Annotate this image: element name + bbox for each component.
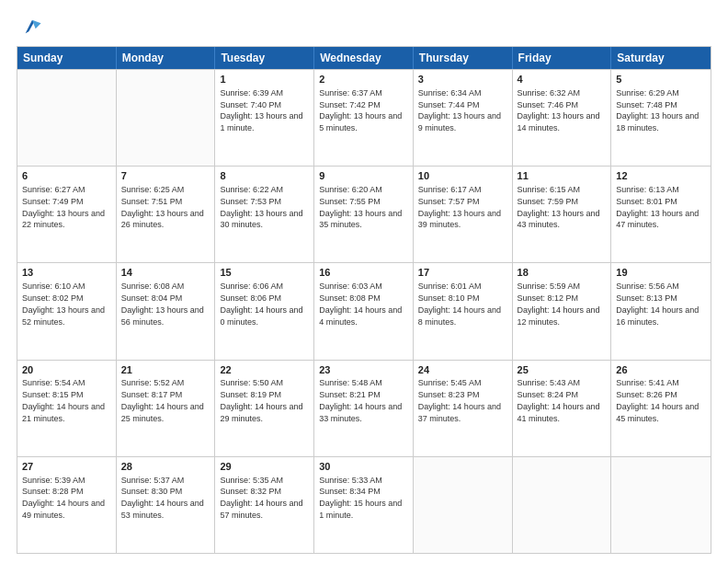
calendar-cell: 13Sunrise: 6:10 AM Sunset: 8:02 PM Dayli… xyxy=(17,263,117,359)
day-number: 10 xyxy=(418,169,507,183)
header-day-sunday: Sunday xyxy=(17,47,117,69)
calendar-cell: 20Sunrise: 5:54 AM Sunset: 8:15 PM Dayli… xyxy=(17,361,117,456)
calendar-cell: 2Sunrise: 6:37 AM Sunset: 7:42 PM Daylig… xyxy=(314,70,414,166)
day-number: 25 xyxy=(518,363,607,377)
day-info: Sunrise: 6:03 AM Sunset: 8:08 PM Dayligh… xyxy=(319,282,404,326)
calendar-cell xyxy=(17,70,117,166)
day-number: 24 xyxy=(418,363,507,377)
calendar-cell: 9Sunrise: 6:20 AM Sunset: 7:55 PM Daylig… xyxy=(314,167,414,262)
day-number: 6 xyxy=(22,169,111,183)
day-number: 2 xyxy=(319,73,408,86)
header-day-saturday: Saturday xyxy=(611,47,711,69)
day-number: 26 xyxy=(616,363,706,377)
calendar-cell: 7Sunrise: 6:25 AM Sunset: 7:51 PM Daylig… xyxy=(117,167,216,262)
day-number: 23 xyxy=(319,363,408,377)
day-number: 30 xyxy=(319,460,408,474)
calendar-cell: 5Sunrise: 6:29 AM Sunset: 7:48 PM Daylig… xyxy=(611,70,711,166)
header xyxy=(17,17,711,37)
day-number: 21 xyxy=(121,363,210,377)
calendar-week-4: 20Sunrise: 5:54 AM Sunset: 8:15 PM Dayli… xyxy=(17,360,711,456)
day-number: 17 xyxy=(418,266,507,280)
day-info: Sunrise: 5:59 AM Sunset: 8:12 PM Dayligh… xyxy=(518,282,603,326)
calendar-cell: 28Sunrise: 5:37 AM Sunset: 8:30 PM Dayli… xyxy=(117,457,216,553)
calendar-cell: 16Sunrise: 6:03 AM Sunset: 8:08 PM Dayli… xyxy=(314,263,414,359)
calendar-cell xyxy=(414,457,513,553)
day-info: Sunrise: 6:22 AM Sunset: 7:53 PM Dayligh… xyxy=(220,185,305,229)
day-info: Sunrise: 6:15 AM Sunset: 7:59 PM Dayligh… xyxy=(518,185,603,229)
day-number: 19 xyxy=(616,266,706,280)
calendar-cell: 1Sunrise: 6:39 AM Sunset: 7:40 PM Daylig… xyxy=(215,70,314,166)
day-info: Sunrise: 5:50 AM Sunset: 8:19 PM Dayligh… xyxy=(220,378,305,422)
day-number: 27 xyxy=(22,460,111,474)
calendar-cell: 10Sunrise: 6:17 AM Sunset: 7:57 PM Dayli… xyxy=(414,167,513,262)
calendar-cell: 21Sunrise: 5:52 AM Sunset: 8:17 PM Dayli… xyxy=(117,361,216,456)
day-info: Sunrise: 5:33 AM Sunset: 8:34 PM Dayligh… xyxy=(319,476,404,520)
day-info: Sunrise: 5:48 AM Sunset: 8:21 PM Dayligh… xyxy=(319,378,404,422)
day-info: Sunrise: 5:41 AM Sunset: 8:26 PM Dayligh… xyxy=(616,378,701,422)
calendar-cell: 23Sunrise: 5:48 AM Sunset: 8:21 PM Dayli… xyxy=(314,361,414,456)
header-day-monday: Monday xyxy=(117,47,216,69)
day-number: 20 xyxy=(22,363,111,377)
day-number: 28 xyxy=(121,460,210,474)
day-number: 7 xyxy=(121,169,210,183)
calendar-cell xyxy=(611,457,711,553)
day-info: Sunrise: 6:32 AM Sunset: 7:46 PM Dayligh… xyxy=(518,88,603,132)
day-info: Sunrise: 6:08 AM Sunset: 8:04 PM Dayligh… xyxy=(121,282,207,326)
calendar-body: 1Sunrise: 6:39 AM Sunset: 7:40 PM Daylig… xyxy=(17,69,711,553)
calendar-cell: 19Sunrise: 5:56 AM Sunset: 8:13 PM Dayli… xyxy=(611,263,711,359)
day-info: Sunrise: 6:27 AM Sunset: 7:49 PM Dayligh… xyxy=(22,185,108,229)
day-info: Sunrise: 6:37 AM Sunset: 7:42 PM Dayligh… xyxy=(319,88,404,132)
calendar-cell: 22Sunrise: 5:50 AM Sunset: 8:19 PM Dayli… xyxy=(215,361,314,456)
calendar-cell: 15Sunrise: 6:06 AM Sunset: 8:06 PM Dayli… xyxy=(215,263,314,359)
day-info: Sunrise: 5:56 AM Sunset: 8:13 PM Dayligh… xyxy=(616,282,701,326)
calendar-cell: 11Sunrise: 6:15 AM Sunset: 7:59 PM Dayli… xyxy=(513,167,612,262)
calendar-week-2: 6Sunrise: 6:27 AM Sunset: 7:49 PM Daylig… xyxy=(17,166,711,262)
calendar-cell: 17Sunrise: 6:01 AM Sunset: 8:10 PM Dayli… xyxy=(414,263,513,359)
day-number: 12 xyxy=(616,169,706,183)
day-info: Sunrise: 6:01 AM Sunset: 8:10 PM Dayligh… xyxy=(418,282,504,326)
logo xyxy=(17,17,42,37)
day-number: 8 xyxy=(220,169,309,183)
header-day-friday: Friday xyxy=(513,47,612,69)
day-number: 9 xyxy=(319,169,408,183)
day-info: Sunrise: 5:45 AM Sunset: 8:23 PM Dayligh… xyxy=(418,378,504,422)
day-info: Sunrise: 6:20 AM Sunset: 7:55 PM Dayligh… xyxy=(319,185,404,229)
header-day-wednesday: Wednesday xyxy=(314,47,414,69)
day-number: 5 xyxy=(616,73,706,86)
calendar: SundayMondayTuesdayWednesdayThursdayFrid… xyxy=(17,46,711,554)
calendar-cell: 12Sunrise: 6:13 AM Sunset: 8:01 PM Dayli… xyxy=(611,167,711,262)
day-info: Sunrise: 6:25 AM Sunset: 7:51 PM Dayligh… xyxy=(121,185,207,229)
day-number: 1 xyxy=(220,73,309,86)
day-info: Sunrise: 5:43 AM Sunset: 8:24 PM Dayligh… xyxy=(518,378,603,422)
calendar-cell: 25Sunrise: 5:43 AM Sunset: 8:24 PM Dayli… xyxy=(513,361,612,456)
day-info: Sunrise: 5:39 AM Sunset: 8:28 PM Dayligh… xyxy=(22,476,108,520)
logo-bird-icon xyxy=(22,17,42,37)
calendar-cell: 29Sunrise: 5:35 AM Sunset: 8:32 PM Dayli… xyxy=(215,457,314,553)
calendar-cell: 3Sunrise: 6:34 AM Sunset: 7:44 PM Daylig… xyxy=(414,70,513,166)
calendar-week-5: 27Sunrise: 5:39 AM Sunset: 8:28 PM Dayli… xyxy=(17,456,711,553)
calendar-cell: 30Sunrise: 5:33 AM Sunset: 8:34 PM Dayli… xyxy=(314,457,414,553)
day-info: Sunrise: 6:17 AM Sunset: 7:57 PM Dayligh… xyxy=(418,185,504,229)
calendar-header-row: SundayMondayTuesdayWednesdayThursdayFrid… xyxy=(17,47,711,69)
calendar-cell: 26Sunrise: 5:41 AM Sunset: 8:26 PM Dayli… xyxy=(611,361,711,456)
calendar-cell: 14Sunrise: 6:08 AM Sunset: 8:04 PM Dayli… xyxy=(117,263,216,359)
calendar-cell: 24Sunrise: 5:45 AM Sunset: 8:23 PM Dayli… xyxy=(414,361,513,456)
day-number: 14 xyxy=(121,266,210,280)
day-number: 16 xyxy=(319,266,408,280)
calendar-cell: 4Sunrise: 6:32 AM Sunset: 7:46 PM Daylig… xyxy=(513,70,612,166)
day-number: 13 xyxy=(22,266,111,280)
day-info: Sunrise: 5:37 AM Sunset: 8:30 PM Dayligh… xyxy=(121,476,207,520)
calendar-cell: 18Sunrise: 5:59 AM Sunset: 8:12 PM Dayli… xyxy=(513,263,612,359)
day-number: 22 xyxy=(220,363,309,377)
day-info: Sunrise: 6:29 AM Sunset: 7:48 PM Dayligh… xyxy=(616,88,701,132)
day-number: 4 xyxy=(518,73,607,86)
day-number: 29 xyxy=(220,460,309,474)
svg-marker-1 xyxy=(32,20,41,29)
header-day-thursday: Thursday xyxy=(414,47,513,69)
day-info: Sunrise: 6:39 AM Sunset: 7:40 PM Dayligh… xyxy=(220,88,305,132)
day-number: 3 xyxy=(418,73,507,86)
header-day-tuesday: Tuesday xyxy=(215,47,314,69)
day-info: Sunrise: 6:13 AM Sunset: 8:01 PM Dayligh… xyxy=(616,185,701,229)
calendar-cell xyxy=(513,457,612,553)
day-info: Sunrise: 5:54 AM Sunset: 8:15 PM Dayligh… xyxy=(22,378,108,422)
